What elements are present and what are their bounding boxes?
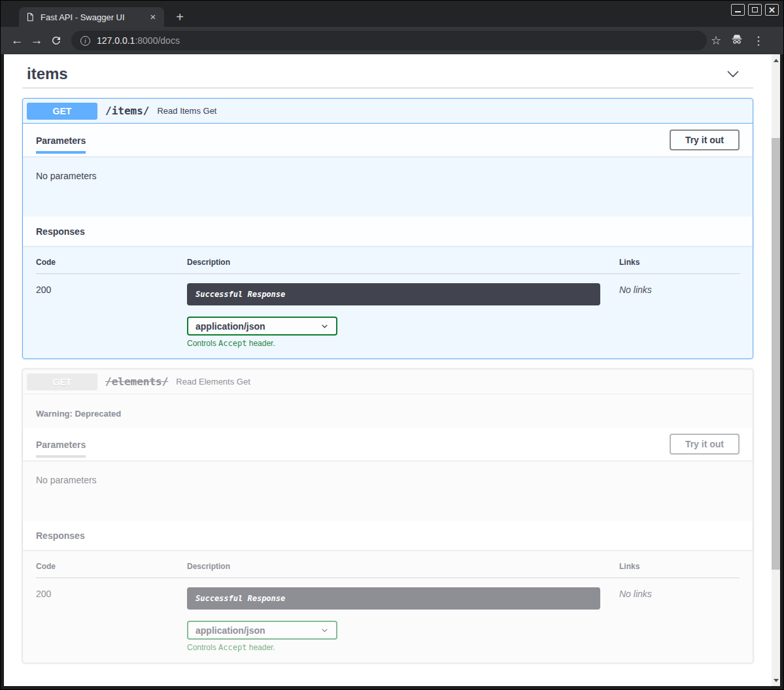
response-description: Successful Response bbox=[196, 290, 285, 299]
response-links: No links bbox=[619, 283, 740, 348]
responses-header: Responses bbox=[23, 521, 753, 550]
responses-title: Responses bbox=[36, 226, 85, 237]
media-type-value: application/json bbox=[196, 625, 265, 636]
select-chevron-icon bbox=[320, 626, 329, 634]
tag-title: items bbox=[27, 65, 68, 83]
method-badge: GET bbox=[27, 103, 97, 120]
try-it-out-button[interactable]: Try it out bbox=[670, 434, 740, 455]
column-description: Description bbox=[187, 258, 619, 267]
no-parameters-text: No parameters bbox=[23, 156, 753, 216]
response-code: 200 bbox=[36, 587, 187, 652]
browser-window: Fast API - Swagger UI × + ✕ ← → i 127.0.… bbox=[0, 0, 784, 690]
url-text: 127.0.0.1:8000/docs bbox=[97, 35, 180, 46]
operation-summary-text: Read Elements Get bbox=[176, 377, 250, 387]
browser-tab[interactable]: Fast API - Swagger UI × bbox=[19, 7, 164, 27]
browser-menu-icon[interactable]: ⋮ bbox=[753, 34, 764, 48]
incognito-icon bbox=[730, 33, 743, 48]
back-icon[interactable]: ← bbox=[7, 33, 27, 48]
column-links: Links bbox=[619, 562, 740, 571]
response-code: 200 bbox=[36, 283, 187, 348]
responses-title: Responses bbox=[36, 530, 85, 541]
column-description: Description bbox=[187, 562, 619, 571]
bookmark-star-icon[interactable]: ☆ bbox=[711, 33, 721, 48]
chevron-down-icon[interactable] bbox=[725, 66, 741, 82]
media-type-select[interactable]: application/json bbox=[187, 621, 337, 640]
responses-header: Responses bbox=[23, 216, 753, 246]
tab-close-icon[interactable]: × bbox=[147, 11, 159, 23]
url-path: :8000/docs bbox=[135, 35, 180, 46]
titlebar: Fast API - Swagger UI × + ✕ bbox=[1, 1, 783, 27]
accept-header-note: Controls Accept header. bbox=[187, 643, 619, 652]
opblock-get-items: GET /items/ Read Items Get Parameters Tr… bbox=[22, 98, 753, 359]
browser-toolbar: ← → i 127.0.0.1:8000/docs ☆ ⋮ bbox=[1, 27, 783, 54]
operation-path: /items/ bbox=[105, 105, 149, 117]
parameters-header: Parameters Try it out bbox=[23, 428, 753, 460]
document-icon bbox=[26, 12, 35, 22]
reload-icon[interactable] bbox=[46, 35, 66, 46]
close-button[interactable]: ✕ bbox=[765, 4, 779, 16]
media-type-value: application/json bbox=[196, 321, 265, 332]
column-code: Code bbox=[36, 562, 187, 571]
response-description: Successful Response bbox=[196, 594, 285, 603]
operation-summary-text: Read Items Get bbox=[157, 106, 216, 116]
new-tab-button[interactable]: + bbox=[172, 10, 188, 26]
responses-table: Code Description Links 200 Successful Re… bbox=[23, 246, 753, 358]
responses-column-headers: Code Description Links bbox=[36, 562, 740, 578]
response-row: 200 Successful Response application/json bbox=[36, 274, 740, 348]
scroll-up-icon[interactable] bbox=[772, 56, 780, 65]
media-type-select[interactable]: application/json bbox=[187, 317, 337, 336]
scrollbar-thumb[interactable] bbox=[772, 138, 780, 570]
try-it-out-button[interactable]: Try it out bbox=[670, 129, 740, 150]
column-links: Links bbox=[619, 258, 740, 267]
opblock-get-elements-deprecated: GET /elements/ Read Elements Get Warning… bbox=[22, 369, 753, 663]
response-row: 200 Successful Response application/json bbox=[36, 578, 740, 652]
response-description-box: Successful Response bbox=[187, 587, 600, 610]
site-info-icon[interactable]: i bbox=[80, 36, 90, 46]
no-parameters-text: No parameters bbox=[23, 460, 753, 521]
url-host: 127.0.0.1 bbox=[97, 35, 135, 46]
select-chevron-icon bbox=[320, 322, 329, 330]
swagger-page: items GET /items/ Read Items Get Paramet… bbox=[4, 54, 772, 686]
page-scrollbar[interactable] bbox=[772, 54, 780, 686]
minimize-icon bbox=[735, 11, 741, 12]
tab-parameters[interactable]: Parameters bbox=[36, 126, 86, 154]
minimize-button[interactable] bbox=[731, 4, 745, 16]
window-controls: ✕ bbox=[731, 4, 779, 16]
responses-table: Code Description Links 200 Successful Re… bbox=[23, 550, 753, 663]
method-badge: GET bbox=[27, 373, 97, 390]
response-links: No links bbox=[619, 587, 740, 652]
parameters-header: Parameters Try it out bbox=[23, 124, 753, 156]
scroll-down-icon[interactable] bbox=[772, 676, 780, 685]
maximize-button[interactable] bbox=[748, 4, 762, 16]
deprecated-warning: Warning: Deprecated bbox=[23, 394, 753, 428]
responses-column-headers: Code Description Links bbox=[36, 258, 740, 274]
accept-header-note: Controls Accept header. bbox=[187, 339, 619, 348]
operation-path: /elements/ bbox=[105, 375, 168, 388]
column-code: Code bbox=[36, 258, 187, 267]
address-bar[interactable]: i 127.0.0.1:8000/docs bbox=[71, 31, 707, 50]
tab-title: Fast API - Swagger UI bbox=[41, 12, 147, 22]
operation-summary[interactable]: GET /items/ Read Items Get bbox=[23, 99, 753, 124]
operation-summary[interactable]: GET /elements/ Read Elements Get bbox=[23, 370, 753, 394]
response-description-box: Successful Response bbox=[187, 283, 600, 305]
toolbar-right: ☆ ⋮ bbox=[711, 33, 764, 48]
tab-parameters[interactable]: Parameters bbox=[36, 430, 86, 458]
forward-icon[interactable]: → bbox=[27, 33, 46, 48]
close-icon: ✕ bbox=[768, 6, 775, 14]
tag-section-header[interactable]: items bbox=[22, 60, 753, 88]
maximize-icon bbox=[752, 7, 758, 12]
